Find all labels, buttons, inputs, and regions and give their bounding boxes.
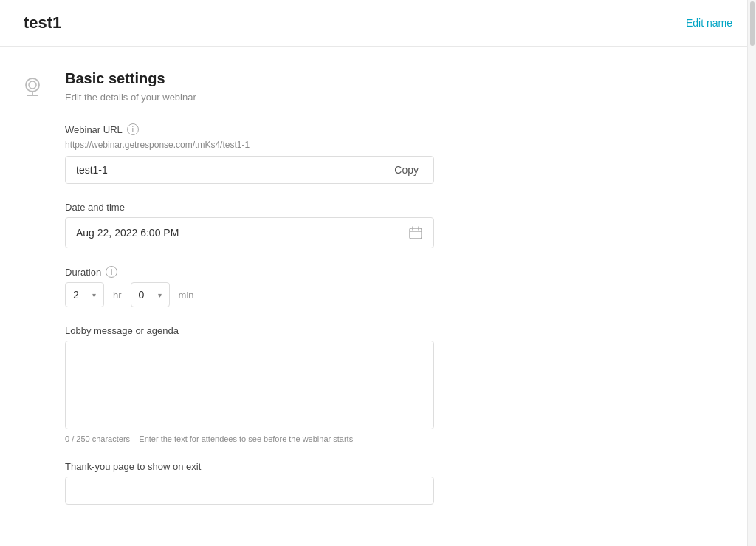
duration-info-icon[interactable]: i: [106, 266, 117, 278]
thank-you-page-input[interactable]: [76, 485, 423, 496]
hours-chevron-icon: ▾: [92, 291, 96, 299]
char-count-value: 0 / 250 characters: [65, 434, 130, 443]
webinar-url-label: Webinar URL i: [65, 123, 508, 135]
webcam-icon: [18, 73, 47, 103]
char-count-description: Enter the text for attendees to see befo…: [139, 434, 353, 443]
section-title: Basic settings: [65, 70, 508, 87]
page-header: test1 Edit name: [0, 0, 756, 47]
duration-row: 2 ▾ hr 0 ▾ min: [65, 282, 508, 307]
page-title: test1: [24, 13, 61, 33]
webinar-url-input[interactable]: [66, 157, 379, 183]
date-time-picker[interactable]: Aug 22, 2022 6:00 PM: [65, 217, 434, 248]
section-content: Basic settings Edit the details of your …: [65, 70, 508, 522]
lobby-message-textarea[interactable]: [65, 341, 434, 429]
svg-point-0: [26, 78, 39, 92]
duration-field: Duration i 2 ▾ hr 0 ▾ min: [65, 266, 508, 307]
minutes-select[interactable]: 0 ▾: [131, 282, 170, 307]
lobby-message-field: Lobby message or agenda 0 / 250 characte…: [65, 325, 508, 443]
minutes-chevron-icon: ▾: [158, 291, 162, 299]
svg-rect-4: [410, 228, 422, 239]
svg-point-1: [29, 81, 36, 89]
section-icon-area: [18, 73, 47, 522]
scrollbar[interactable]: [747, 0, 756, 546]
calendar-icon: [408, 225, 423, 240]
copy-button[interactable]: Copy: [379, 157, 433, 183]
thank-you-page-field: Thank-you page to show on exit: [65, 461, 508, 505]
lobby-message-label: Lobby message or agenda: [65, 325, 508, 336]
thank-you-page-input-wrapper: [65, 477, 434, 505]
scrollbar-thumb[interactable]: [750, 1, 755, 46]
minutes-unit: min: [179, 290, 194, 301]
hours-value: 2: [73, 289, 88, 301]
webinar-url-field: Webinar URL i https://webinar.getrespons…: [65, 123, 508, 184]
webinar-url-input-wrapper: Copy: [65, 156, 434, 184]
webinar-url-info-icon[interactable]: i: [127, 123, 139, 135]
hours-unit: hr: [113, 290, 122, 301]
date-time-label: Date and time: [65, 202, 508, 213]
char-count-hint: 0 / 250 characters Enter the text for at…: [65, 434, 508, 443]
main-content: Basic settings Edit the details of your …: [0, 47, 756, 546]
webinar-full-url: https://webinar.getresponse.com/tmKs4/te…: [65, 140, 508, 150]
minutes-value: 0: [139, 289, 154, 301]
hours-select[interactable]: 2 ▾: [65, 282, 104, 307]
edit-name-link[interactable]: Edit name: [686, 17, 732, 29]
date-time-value: Aug 22, 2022 6:00 PM: [76, 227, 408, 239]
duration-label: Duration i: [65, 266, 508, 278]
thank-you-page-label: Thank-you page to show on exit: [65, 461, 508, 472]
date-time-field: Date and time Aug 22, 2022 6:00 PM: [65, 202, 508, 248]
section-subtitle: Edit the details of your webinar: [65, 92, 508, 103]
